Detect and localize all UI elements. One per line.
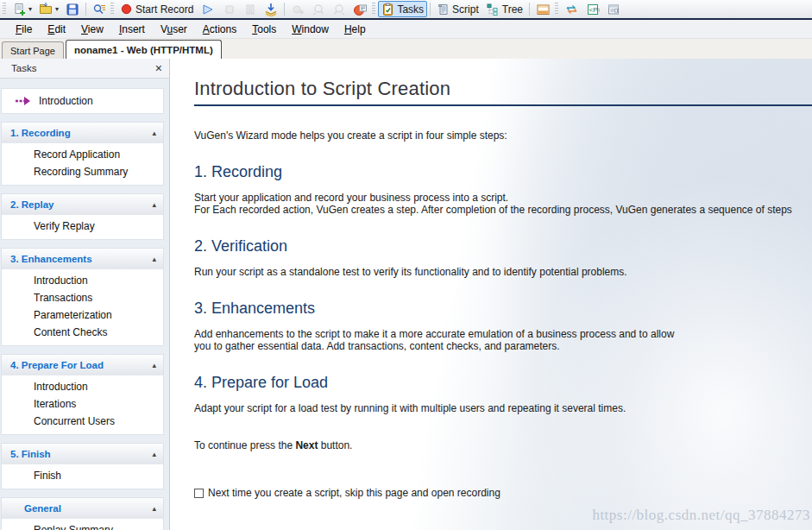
tasks-view-label: Tasks xyxy=(397,3,424,16)
runtime-settings-icon xyxy=(353,3,368,16)
stop-icon xyxy=(223,3,236,16)
script-view-label: Script xyxy=(452,3,479,16)
skip-page-checkbox[interactable] xyxy=(194,489,204,498)
menu-file[interactable]: File xyxy=(9,22,39,37)
tab-noname1[interactable]: noname1 - Web (HTTP/HTML) xyxy=(66,40,222,59)
watermark-text: https://blog.csdn.net/qq_37884273 xyxy=(592,507,810,524)
menu-vuser[interactable]: Vuser xyxy=(154,22,194,37)
find-button[interactable] xyxy=(89,1,110,17)
current-step-arrow-icon xyxy=(15,97,31,105)
parameter-page-icon: <P> xyxy=(586,3,600,16)
new-script-button[interactable]: ▾ xyxy=(9,1,35,17)
tab-start-page[interactable]: Start Page xyxy=(2,41,64,59)
swap-protocol-button[interactable] xyxy=(561,1,582,17)
tasks-view-button[interactable]: Tasks xyxy=(378,1,427,17)
save-button[interactable] xyxy=(62,1,83,17)
document-tab-bar: Start Page noname1 - Web (HTTP/HTML) xyxy=(0,39,812,59)
sidebar-item-content-checks[interactable]: Content Checks xyxy=(2,324,163,341)
collapse-icon[interactable]: ▴ xyxy=(152,129,156,137)
menu-tools[interactable]: Tools xyxy=(245,22,283,37)
sidebar-section-general: General ▴ Replay Summary Help xyxy=(2,498,163,530)
start-record-button[interactable]: Start Record xyxy=(116,1,197,17)
chevron-down-icon[interactable]: ▾ xyxy=(28,6,32,13)
collapse-icon[interactable]: ▴ xyxy=(152,255,156,263)
pause-button[interactable] xyxy=(240,1,261,17)
menu-bar: File Edit View Insert Vuser Actions Tool… xyxy=(0,20,812,39)
toolbar-separator xyxy=(529,3,530,16)
menu-edit[interactable]: Edit xyxy=(41,22,72,37)
runtime-settings-button[interactable] xyxy=(349,1,371,17)
window-layout-button[interactable] xyxy=(532,1,554,17)
sidebar-item-enh-introduction[interactable]: Introduction xyxy=(2,272,163,289)
sidebar-item-record-application[interactable]: Record Application xyxy=(2,146,163,163)
find-next-button[interactable] xyxy=(329,1,349,17)
add-step-button[interactable] xyxy=(287,1,308,17)
sidebar-item-iterations[interactable]: Iterations xyxy=(2,395,163,413)
sidebar-item-transactions[interactable]: Transactions xyxy=(2,289,163,306)
parameter-list-button[interactable]: <P> xyxy=(582,1,603,17)
tree-view-icon xyxy=(486,3,500,16)
section-heading-prepare-for-load: 4. Prepare for Load xyxy=(194,374,812,392)
close-icon[interactable]: × xyxy=(155,62,162,74)
run-button[interactable] xyxy=(197,1,219,17)
tree-view-button[interactable]: Tree xyxy=(482,1,526,17)
svg-text:<P>: <P> xyxy=(589,6,601,14)
title-divider xyxy=(194,104,812,106)
sidebar-section-title: 1. Recording xyxy=(10,128,71,138)
menu-window[interactable]: Window xyxy=(285,22,336,37)
sidebar-section-title: 5. Finish xyxy=(10,449,51,459)
sidebar-item-introduction[interactable]: Introduction xyxy=(2,89,163,113)
skip-page-checkbox-label: Next time you create a script, skip this… xyxy=(208,487,500,499)
collapse-icon[interactable]: ▴ xyxy=(152,450,156,458)
toolbar-grip[interactable] xyxy=(3,3,6,16)
sidebar-section-enhancements: 3. Enhancements ▴ Introduction Transacti… xyxy=(2,249,163,345)
toolbar-separator xyxy=(284,3,285,16)
main-toolbar: ▾ ▾ Start Record xyxy=(0,0,812,20)
sidebar-item-verify-replay[interactable]: Verify Replay xyxy=(2,218,163,235)
section-text: Adapt your script for a load test by run… xyxy=(194,402,812,414)
compile-button[interactable] xyxy=(261,1,281,17)
sidebar-section-header[interactable]: 2. Replay ▴ xyxy=(2,194,163,215)
menu-help[interactable]: Help xyxy=(337,22,373,37)
open-script-button[interactable]: ▾ xyxy=(35,1,62,17)
toolbar-grip[interactable] xyxy=(372,3,375,16)
sidebar-section-header[interactable]: 5. Finish ▴ xyxy=(2,444,163,464)
form-editor-button[interactable] xyxy=(603,1,624,17)
script-view-button[interactable]: Script xyxy=(433,1,482,17)
sidebar-item-concurrent-users[interactable]: Concurrent Users xyxy=(2,413,163,430)
toolbar-grip[interactable] xyxy=(110,3,114,16)
sidebar-item-recording-summary[interactable]: Recording Summary xyxy=(2,163,163,180)
collapse-icon[interactable]: ▴ xyxy=(152,504,156,513)
sidebar-item-finish[interactable]: Finish xyxy=(2,467,163,484)
continue-instruction: To continue press the Next button. xyxy=(194,439,812,451)
pause-icon xyxy=(243,3,257,16)
sidebar-section-finish: 5. Finish ▴ Finish xyxy=(2,444,163,489)
sidebar-section-title: 2. Replay xyxy=(10,199,54,210)
toolbar-grip[interactable] xyxy=(555,3,558,16)
swap-arrows-icon xyxy=(564,3,579,16)
sidebar-item-parameterization[interactable]: Parameterization xyxy=(2,306,163,324)
tasks-panel: Tasks × Introduction 1. Recording ▴ Reco… xyxy=(0,59,170,530)
sidebar-section-header[interactable]: 4. Prepare For Load ▴ xyxy=(2,355,163,375)
find-previous-button[interactable] xyxy=(308,1,329,17)
search-right-icon xyxy=(332,3,346,16)
section-heading-enhancements: 3. Enhancements xyxy=(194,300,812,318)
page-title: Introduction to Script Creation xyxy=(194,78,812,100)
menu-insert[interactable]: Insert xyxy=(112,22,152,37)
sidebar-section-header[interactable]: 3. Enhancements ▴ xyxy=(2,249,163,269)
sidebar-item-load-introduction[interactable]: Introduction xyxy=(2,378,163,395)
chevron-down-icon[interactable]: ▾ xyxy=(55,6,59,13)
sidebar-section-header[interactable]: General ▴ xyxy=(2,498,163,519)
toolbar-separator xyxy=(85,3,86,16)
collapse-icon[interactable]: ▴ xyxy=(152,200,156,209)
sidebar-section-recording: 1. Recording ▴ Record Application Record… xyxy=(2,123,163,185)
collapse-icon[interactable]: ▴ xyxy=(152,361,156,369)
menu-view[interactable]: View xyxy=(74,22,110,37)
skip-page-option[interactable]: Next time you create a script, skip this… xyxy=(194,487,812,499)
sidebar-item-replay-summary[interactable]: Replay Summary xyxy=(2,521,163,530)
open-script-icon xyxy=(39,3,53,16)
menu-actions[interactable]: Actions xyxy=(196,22,243,37)
stop-button[interactable] xyxy=(219,1,240,17)
sidebar-section-header[interactable]: 1. Recording ▴ xyxy=(2,123,163,143)
tasks-panel-title: Tasks xyxy=(11,63,36,73)
